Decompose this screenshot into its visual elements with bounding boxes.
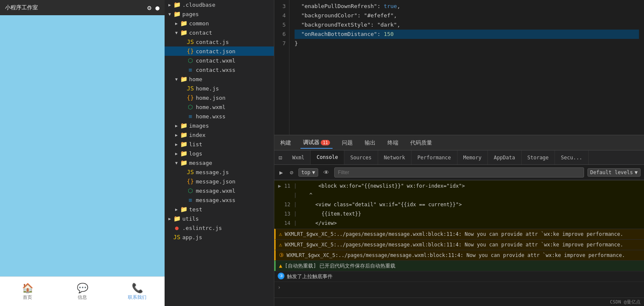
nav-item-首页[interactable]: 🏠首页 [0, 277, 55, 306]
info-icon: ▲ [279, 262, 282, 270]
file-tree-item[interactable]: ▶ 📁 test [165, 205, 274, 214]
file-tree-item[interactable]: ≡ contact.wxss [165, 65, 274, 74]
file-tree-item[interactable]: ● .eslintrc.js [165, 223, 274, 232]
file-tree-item[interactable]: {} home.json [165, 93, 274, 102]
file-tree-item[interactable]: ≡ home.wxss [165, 112, 274, 121]
code-content: "enablePullDownRefresh": true, "backgrou… [290, 0, 644, 135]
file-tree-item[interactable]: ▼ 📁 pages [165, 9, 274, 19]
file-tree-item[interactable]: ▼ 📁 message [165, 158, 274, 167]
status-bar: CSDN @曼亿点 [274, 298, 644, 306]
console-code-line: | ^ [274, 191, 644, 200]
console-info-msg: ▲[自动热重载] 已开启代码文件保存后自动热重载 [274, 260, 644, 271]
warn-icon: ③ [279, 251, 284, 259]
console-code-line: 13| {{item.text}} [274, 209, 644, 219]
bar: | [294, 200, 297, 209]
devtools-tab-memory[interactable]: Memory [457, 150, 488, 165]
file-icon: 📁 [180, 122, 187, 129]
file-tree-item[interactable]: ▶ 📁 common [165, 19, 274, 28]
bar: | [294, 210, 297, 218]
file-name: .eslintrc.js [182, 225, 222, 231]
file-name: message.wxss [196, 197, 235, 203]
file-tree-item[interactable]: ▶ 📁 logs [165, 149, 274, 158]
devtools-tab-performance[interactable]: Performance [411, 150, 457, 165]
line-num: 13 [278, 210, 290, 218]
run-icon[interactable]: ▶ [278, 168, 284, 177]
file-name: test [189, 206, 202, 213]
warn-icon: ⚠ [279, 241, 282, 249]
file-icon: ≡ [187, 197, 194, 203]
nav-label: 联系我们 [128, 294, 146, 301]
file-tree-item[interactable]: JS contact.js [165, 37, 274, 46]
warn-text: WXMLRT_$gwx_XC_5:../pages/message/messag… [287, 251, 641, 259]
file-tree-item[interactable]: ▶ 📁 index [165, 130, 274, 139]
file-icon: {} [187, 94, 194, 101]
file-tree-item[interactable]: ⬡ message.wxml [165, 186, 274, 195]
file-tree-panel: ▶ 📁 .cloudbase ▼ 📁 pages ▶ 📁 common ▼ 📁 … [165, 0, 274, 306]
line-numbers: 34567 [274, 0, 290, 135]
file-tree-item[interactable]: ▶ 📁 .cloudbase [165, 0, 274, 9]
console-output: ▶ 11| <block wx:for="{{newslist}}" wx:fo… [274, 180, 644, 298]
eye-icon[interactable]: 👁 [322, 168, 331, 177]
context-dropdown[interactable]: top ▼ [298, 168, 318, 177]
stop-icon[interactable]: ⊘ [288, 168, 295, 177]
file-tree-item[interactable]: JS app.js [165, 232, 274, 242]
file-tree-item[interactable]: ▼ 📁 home [165, 74, 274, 84]
devtools-tab-wxml[interactable]: Wxml [286, 150, 311, 165]
toolbar-item-终端[interactable]: 终端 [385, 137, 401, 148]
inspect-icon[interactable]: ⊡ [274, 152, 286, 164]
file-name: images [189, 123, 209, 129]
file-tree-item[interactable]: ⬡ contact.wxml [165, 56, 274, 65]
file-name: app.js [182, 234, 202, 240]
file-tree-item[interactable]: ▶ 📁 list [165, 139, 274, 149]
file-name: home.wxml [196, 104, 225, 110]
file-icon: 📁 [180, 206, 187, 213]
toolbar-item-代码质量[interactable]: 代码质量 [408, 137, 435, 148]
console-expand-line: ▶ 11| <block wx:for="{{newslist}}" wx:fo… [274, 181, 644, 191]
toolbar-item-构建[interactable]: 构建 [278, 137, 294, 148]
file-name: home.json [196, 95, 225, 101]
phone-icons: ⚙ ● [147, 4, 160, 12]
file-icon: JS [187, 85, 194, 92]
file-tree-item[interactable]: ⬡ home.wxml [165, 102, 274, 112]
toolbar-item-调试器[interactable]: 调试器11 [300, 137, 333, 149]
file-tree-item[interactable]: {} message.json [165, 177, 274, 186]
devtools-toolbar: 构建调试器11问题输出终端代码质量 [274, 135, 644, 150]
nav-item-信息[interactable]: 💬信息 [55, 277, 110, 306]
file-icon: 📁 [180, 150, 187, 157]
levels-dropdown[interactable]: Default levels ▼ [587, 168, 641, 177]
file-tree-item[interactable]: ≡ message.wxss [165, 195, 274, 205]
phone-bottom-nav: 🏠首页💬信息📞联系我们 [0, 276, 165, 306]
line-text: <view class="detail" wx:if="{{idx == cur… [300, 200, 462, 209]
tree-arrow: ▼ [173, 30, 180, 35]
file-tree-item[interactable]: {} contact.json [165, 46, 274, 56]
line-text: ^ [300, 191, 312, 199]
line-number: 5 [278, 20, 286, 30]
file-tree-item[interactable]: ▶ 📁 images [165, 121, 274, 130]
file-tree-item[interactable]: ▼ 📁 contact [165, 28, 274, 37]
code-line: "backgroundTextStyle": "dark", [295, 20, 639, 30]
file-icon: 📁 [173, 1, 181, 8]
devtools-tab-storage[interactable]: Storage [522, 150, 555, 165]
file-name: contact.js [196, 39, 229, 45]
devtools-tab-sources[interactable]: Sources [344, 150, 378, 165]
devtools-tab-console[interactable]: Console [311, 150, 344, 165]
file-tree-item[interactable]: ▶ 📁 utils [165, 214, 274, 223]
devtools-tab-network[interactable]: Network [378, 150, 412, 165]
file-tree-item[interactable]: JS home.js [165, 84, 274, 93]
toolbar-item-问题[interactable]: 问题 [339, 137, 355, 148]
file-icon: ● [173, 224, 181, 231]
console-filter-input[interactable] [334, 167, 584, 178]
file-icon: 📁 [180, 131, 187, 138]
console-code-line: 12| <view class="detail" wx:if="{{idx ==… [274, 200, 644, 209]
code-line: "onReachBottomDistance": 150 [295, 30, 639, 39]
nav-item-联系我们[interactable]: 📞联系我们 [110, 277, 165, 306]
line-number: 3 [278, 2, 286, 11]
touch-icon: ③ [278, 273, 284, 279]
status-text: CSDN @曼亿点 [610, 299, 641, 305]
file-tree-item[interactable]: JS message.js [165, 167, 274, 177]
toolbar-item-输出[interactable]: 输出 [362, 137, 378, 148]
line-number: 6 [278, 30, 286, 39]
devtools-tab-appdata[interactable]: AppData [488, 150, 522, 165]
console-touch-msg: ③触发了上拉触底事件 [274, 271, 644, 281]
devtools-tab-secu[interactable]: Secu... [555, 150, 589, 165]
